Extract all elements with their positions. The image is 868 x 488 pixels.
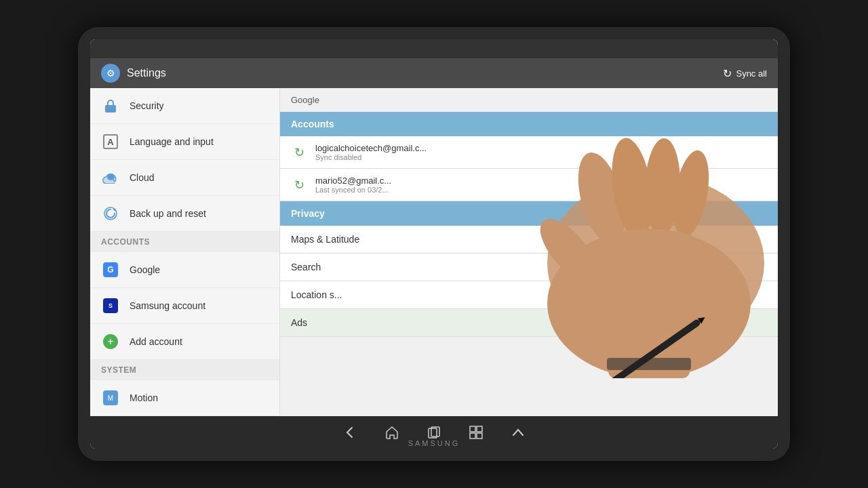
cloud-icon (101, 168, 120, 187)
samsung-label: Samsung account (130, 300, 205, 311)
sidebar-item-motion[interactable]: M Motion (90, 380, 279, 416)
sidebar-item-language[interactable]: A Language and input (90, 124, 279, 160)
motion-label: Motion (130, 392, 158, 403)
sidebar-item-google[interactable]: G Google (90, 252, 279, 288)
sidebar-item-cloud[interactable]: Cloud (90, 160, 279, 196)
account-email-1: logicalchoicetech@gmail.c... (315, 143, 427, 153)
sidebar-item-samsung[interactable]: S Samsung account (90, 288, 279, 324)
sync-icon: ↻ (723, 67, 732, 80)
google-section-header: Google (280, 88, 778, 112)
samsung-brand: SAMSUNG (408, 439, 460, 447)
account-email-2: mario52@gmail.c... (315, 176, 391, 186)
page-title: Settings (127, 67, 166, 79)
ads-menu-item[interactable]: Ads (280, 309, 778, 337)
svg-rect-0 (105, 105, 116, 113)
svg-rect-8 (470, 433, 475, 439)
security-label: Security (130, 100, 164, 111)
backup-icon (101, 204, 120, 223)
sync-status-icon-2: ↻ (291, 177, 307, 193)
location-menu-item[interactable]: Location s... (280, 281, 778, 309)
sync-all-label: Sync all (736, 68, 767, 79)
google-label: Google (130, 264, 160, 275)
privacy-panel-header: Privacy (280, 201, 778, 226)
sidebar: Security A Language and input (90, 88, 280, 416)
language-icon: A (101, 132, 120, 151)
account-info-2: mario52@gmail.c... Last synced on 03/2..… (315, 176, 391, 194)
account-info-1: logicalchoicetech@gmail.c... Sync disabl… (315, 143, 427, 161)
sync-status-icon-1: ↻ (291, 144, 307, 161)
main-content: Security A Language and input (90, 88, 778, 416)
cloud-label: Cloud (130, 172, 155, 183)
svg-rect-7 (477, 426, 482, 432)
app-header: ⚙ Settings ↻ Sync all (90, 58, 778, 88)
screenshot-button[interactable] (469, 425, 484, 440)
account-status-1: Sync disabled (315, 153, 427, 161)
device-frame: ⚙ Settings ↻ Sync all (78, 27, 790, 461)
accounts-panel-header: Accounts (280, 112, 778, 136)
menu-up-button[interactable] (511, 425, 526, 440)
samsung-icon: S (101, 296, 120, 315)
recent-apps-button[interactable] (427, 425, 441, 440)
backup-label: Back up and reset (130, 208, 206, 219)
sidebar-item-security[interactable]: Security (90, 88, 279, 124)
sidebar-item-backup[interactable]: Back up and reset (90, 196, 279, 232)
svg-marker-3 (113, 209, 115, 211)
motion-icon: M (101, 388, 120, 407)
svg-rect-6 (470, 426, 475, 432)
maps-menu-item[interactable]: Maps & Latitude (280, 226, 778, 253)
home-button[interactable] (384, 425, 399, 440)
lock-icon (101, 96, 120, 115)
account-status-2: Last synced on 03/2... (315, 186, 391, 194)
settings-icon: ⚙ (101, 64, 120, 83)
back-button[interactable] (342, 425, 357, 440)
account-item-2[interactable]: ↻ mario52@gmail.c... Last synced on 03/2… (280, 169, 778, 201)
svg-point-1 (107, 174, 114, 180)
system-section-header: System (90, 360, 279, 380)
account-item-1[interactable]: ↻ logicalchoicetech@gmail.c... Sync disa… (280, 136, 778, 169)
sidebar-item-add-account[interactable]: + Add account (90, 324, 279, 360)
accounts-section-header: Accounts (90, 232, 279, 252)
add-account-icon: + (101, 332, 120, 351)
language-label: Language and input (130, 136, 214, 147)
right-panel: Google Accounts ↻ logicalchoicetech@gmai… (280, 88, 778, 416)
svg-rect-9 (477, 433, 482, 439)
status-bar (90, 39, 778, 58)
sync-all-button[interactable]: ↻ Sync all (723, 67, 767, 80)
header-left: ⚙ Settings (101, 64, 166, 83)
google-icon: G (101, 260, 120, 279)
add-account-label: Add account (130, 336, 182, 347)
device-screen: ⚙ Settings ↻ Sync all (90, 39, 778, 449)
search-menu-item[interactable]: Search (280, 253, 778, 281)
